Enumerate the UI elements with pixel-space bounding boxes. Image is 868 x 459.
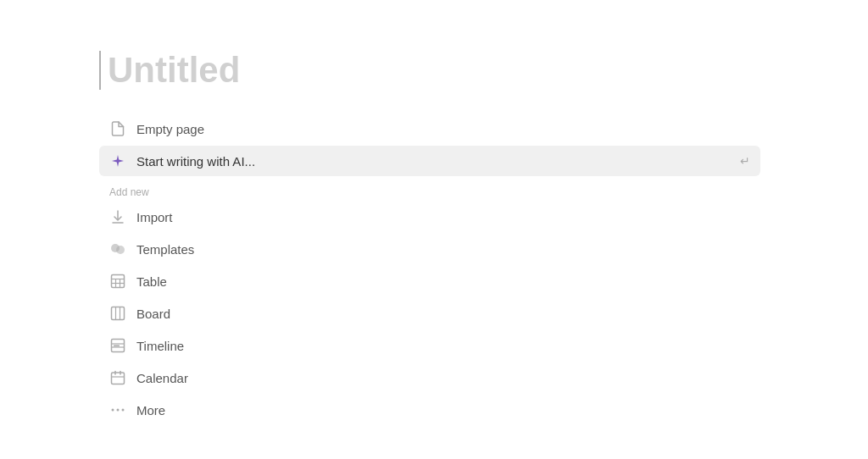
timeline-icon xyxy=(109,337,126,354)
menu-item-calendar[interactable]: Calendar xyxy=(99,362,760,393)
svg-rect-15 xyxy=(114,346,120,347)
menu-item-empty-page[interactable]: Empty page xyxy=(99,113,760,144)
templates-icon xyxy=(109,241,126,257)
menu-item-templates[interactable]: Templates xyxy=(99,234,760,264)
timeline-label: Timeline xyxy=(136,339,750,353)
enter-icon: ↵ xyxy=(740,154,750,168)
svg-point-3 xyxy=(116,246,125,254)
more-label: More xyxy=(136,403,750,418)
templates-label: Templates xyxy=(136,242,750,257)
main-content: Untitled Empty page Start writing with A… xyxy=(0,0,868,427)
start-ai-label: Start writing with AI... xyxy=(136,154,730,169)
more-icon xyxy=(109,401,126,418)
empty-page-label: Empty page xyxy=(136,122,750,136)
svg-point-21 xyxy=(117,409,120,412)
menu-item-import[interactable]: Import xyxy=(99,202,760,232)
file-icon xyxy=(109,120,126,137)
menu-list: Empty page Start writing with AI... ↵ Ad… xyxy=(99,113,760,425)
ai-star-icon xyxy=(109,152,126,169)
svg-point-22 xyxy=(122,409,125,412)
page-title[interactable]: Untitled xyxy=(99,51,868,90)
board-label: Board xyxy=(136,307,750,321)
calendar-icon xyxy=(109,369,126,386)
svg-rect-16 xyxy=(112,373,125,384)
table-label: Table xyxy=(136,274,750,289)
calendar-label: Calendar xyxy=(136,371,750,385)
menu-item-start-ai[interactable]: Start writing with AI... ↵ xyxy=(99,146,760,176)
menu-item-table[interactable]: Table xyxy=(99,266,760,296)
board-icon xyxy=(109,305,126,322)
import-icon xyxy=(109,208,126,225)
menu-item-more[interactable]: More xyxy=(99,395,760,425)
svg-rect-9 xyxy=(112,307,125,320)
menu-item-board[interactable]: Board xyxy=(99,298,760,329)
svg-rect-4 xyxy=(112,275,125,288)
table-icon xyxy=(109,273,126,290)
import-label: Import xyxy=(136,210,750,224)
section-header-add-new: Add new xyxy=(99,178,760,202)
menu-item-timeline[interactable]: Timeline xyxy=(99,330,760,361)
svg-point-20 xyxy=(112,409,114,412)
